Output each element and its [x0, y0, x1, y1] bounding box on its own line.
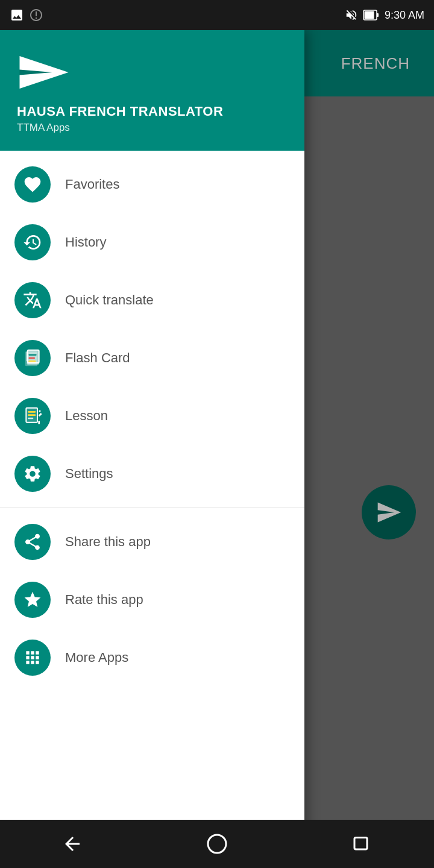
mute-icon — [345, 8, 358, 22]
back-button[interactable] — [54, 826, 90, 862]
app-content-bg — [0, 96, 434, 868]
bottom-navigation — [0, 820, 434, 868]
sync-icon — [29, 8, 43, 22]
recents-button[interactable] — [344, 826, 380, 862]
status-right-area: 9:30 AM — [345, 8, 424, 22]
time-display: 9:30 AM — [385, 9, 424, 22]
image-icon — [10, 8, 24, 22]
home-button[interactable] — [199, 826, 235, 862]
app-background: FRENCH — [0, 30, 434, 868]
language-label: FRENCH — [341, 54, 410, 73]
battery-icon — [363, 8, 380, 22]
svg-point-20 — [208, 835, 226, 853]
svg-rect-21 — [354, 838, 367, 850]
svg-rect-1 — [377, 13, 379, 17]
svg-rect-2 — [364, 11, 374, 19]
translate-fab[interactable] — [362, 485, 416, 539]
status-left-icons — [10, 8, 43, 22]
status-bar: 9:30 AM — [0, 0, 434, 30]
app-header-bg: FRENCH — [0, 30, 434, 96]
